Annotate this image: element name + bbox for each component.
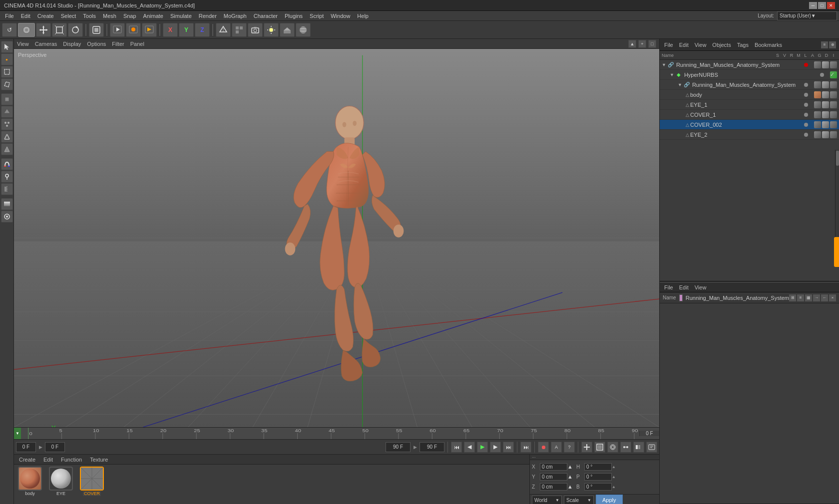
obj-eye2[interactable]: △ EYE_2 [660,130,839,140]
tool-paint[interactable] [1,211,13,223]
tool-bg[interactable] [296,23,311,37]
tool-magnet[interactable] [1,158,13,170]
playback-mode[interactable] [633,442,644,453]
tool-polygons[interactable] [1,143,13,155]
menu-help[interactable]: Help [354,12,372,20]
obj-eye1-dot[interactable] [804,103,808,107]
tool-floor[interactable] [280,23,295,37]
tool-brush[interactable] [1,171,13,183]
tool-layers[interactable] [1,198,13,210]
world-select[interactable]: World ▼ [532,496,562,504]
mat-menu-edit[interactable]: Edit [41,457,55,463]
tool-y-axis[interactable]: Y [179,23,194,37]
coord-b-input[interactable]: 0 ° [584,483,612,491]
obj-body[interactable]: △ body [660,90,839,100]
coord-x-input[interactable]: 0 cm [540,463,567,471]
om-view[interactable]: View [693,42,708,48]
menu-snap[interactable]: Snap [120,12,139,20]
coord-h-input[interactable]: 0 ° [584,463,612,471]
om-icon-2[interactable]: ⊕ [829,41,836,48]
menu-render[interactable]: Render [196,12,220,20]
attr-icon-6[interactable]: × [829,294,836,301]
layout-select[interactable]: Startup (User) ▼ [777,11,837,20]
viewport-3d[interactable]: Perspective [14,49,659,427]
coord-x-arrow[interactable]: ▲ [567,464,573,470]
right-scrollbar[interactable] [835,150,839,250]
frames-button[interactable] [594,442,605,453]
obj-eye2-dot[interactable] [804,133,808,137]
right-edge-tab[interactable] [834,237,839,267]
menu-simulate[interactable]: Simulate [167,12,195,20]
coord-b-arrow[interactable]: ▲ [612,485,618,489]
render-region[interactable] [110,23,125,37]
tool-x-axis[interactable]: X [163,23,178,37]
tool-z-axis[interactable]: Z [195,23,210,37]
tool-scale[interactable] [52,23,67,37]
obj-sys-dot[interactable] [804,83,808,87]
obj-system[interactable]: ▼ 🔗 Running_Man_Muscles_Anatomy_System [660,80,839,90]
viewport-menu-view[interactable]: View [17,41,29,47]
attr-icon-5[interactable]: ← [821,294,828,301]
end-frame-field[interactable]: 90 F [386,442,411,452]
obj-root[interactable]: ▼ 🔗 Running_Man_Muscles_Anatomy_System [660,60,839,70]
menu-character[interactable]: Character [251,12,281,20]
om-icon-1[interactable]: ≡ [821,41,828,48]
obj-cover002-dot[interactable] [804,123,808,127]
tool-rotate[interactable] [68,23,83,37]
om-tags[interactable]: Tags [736,42,750,48]
om-bookmarks[interactable]: Bookmarks [753,42,784,48]
material-eye[interactable]: EYE [47,467,75,495]
play-button[interactable]: ▶ [477,442,488,453]
mat-menu-create[interactable]: Create [17,457,37,463]
motion-system[interactable]: ? [564,442,575,453]
viewport-menu-cameras[interactable]: Cameras [35,41,57,47]
vp-btn-2[interactable]: + [638,40,646,48]
render-btn[interactable] [126,23,141,37]
timeline-button[interactable] [646,442,657,453]
material-body[interactable]: body [16,467,44,495]
viewport-menu-filter[interactable]: Filter [112,41,124,47]
obj-cover002[interactable]: △ COVER_002 [660,120,839,130]
attr-view[interactable]: View [693,284,708,290]
coord-z-arrow[interactable]: ▲ [567,484,573,490]
coord-y-arrow[interactable]: ▲ [567,474,573,480]
coord-h-arrow[interactable]: ▲ [612,465,618,469]
onion-skin-button[interactable] [607,442,618,453]
undo-button[interactable]: ↺ [2,23,17,37]
tool-poly-select[interactable] [1,78,13,90]
attr-icon-2[interactable]: ≡ [797,294,804,301]
coord-y-input[interactable]: 0 cm [540,473,567,481]
tool-pointer[interactable] [1,41,13,53]
menu-mesh[interactable]: Mesh [100,12,119,20]
menu-mograph[interactable]: MoGraph [221,12,250,20]
attr-icon-4[interactable]: → [813,294,820,301]
attr-edit[interactable]: Edit [678,284,690,290]
maximize-button[interactable]: □ [818,2,826,9]
menu-select[interactable]: Select [58,12,79,20]
close-button[interactable]: ✕ [827,2,835,9]
tool-mirror[interactable] [1,183,13,195]
key-button[interactable] [581,442,592,453]
obj-hn-dot[interactable] [820,73,824,77]
material-cover[interactable]: COVER [78,467,106,495]
goto-start-button[interactable]: ⏮ [451,442,462,453]
obj-cover1[interactable]: △ COVER_1 [660,110,839,120]
attr-color-swatch[interactable] [679,294,683,301]
menu-create[interactable]: Create [34,12,57,20]
apply-button[interactable]: Apply [596,495,623,504]
step-forward-button[interactable]: ▶ [490,442,501,453]
coord-z-input[interactable]: 0 cm [540,483,567,491]
tool-model[interactable] [1,93,13,105]
tool-3d[interactable] [216,23,231,37]
render-to-po[interactable] [142,23,157,37]
current-frame-field[interactable]: 0 F [16,442,36,452]
obj-body-dot[interactable] [804,93,808,97]
timeline-ruler[interactable]: ▼ 0 5 10 15 20 25 [14,427,659,439]
viewport-menu-options[interactable]: Options [87,41,106,47]
tool-rect-select[interactable] [1,66,13,78]
path-button[interactable] [620,442,631,453]
tool-grid[interactable] [232,23,247,37]
menu-plugins[interactable]: Plugins [282,12,306,20]
coord-p-arrow[interactable]: ▲ [612,475,618,479]
mat-menu-texture[interactable]: Texture [88,457,110,463]
